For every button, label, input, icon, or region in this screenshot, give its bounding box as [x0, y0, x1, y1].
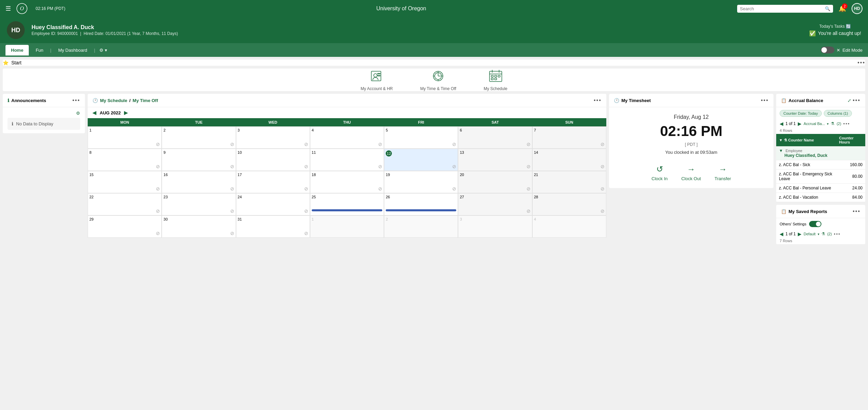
- cal-cell-9[interactable]: 9⊘: [162, 149, 236, 171]
- university-logo: O: [16, 3, 27, 14]
- prev-month-button[interactable]: ◀: [92, 110, 96, 115]
- user-avatar-button[interactable]: HD: [852, 3, 863, 14]
- accrual-nav-menu[interactable]: •••: [843, 121, 850, 126]
- cal-cell-21[interactable]: 21⊘: [532, 171, 606, 193]
- cal-cell-29[interactable]: 29⊘: [88, 215, 162, 238]
- schedule-menu[interactable]: •••: [594, 97, 602, 103]
- start-panel-menu[interactable]: •••: [857, 60, 865, 66]
- columns-chip[interactable]: Columns (1): [824, 110, 852, 117]
- expand-icon[interactable]: ⤢: [847, 98, 851, 103]
- quick-item-schedule[interactable]: My Schedule: [484, 69, 507, 91]
- cal-cell-7[interactable]: 7⊘: [532, 126, 606, 149]
- cal-cell-14[interactable]: 14⊘: [532, 149, 606, 171]
- cal-cell-3[interactable]: 3⊘: [236, 126, 310, 149]
- quick-access: My Account & HR My Time & Time Off: [3, 69, 865, 91]
- cal-cell-4[interactable]: 4⊘: [310, 126, 384, 149]
- cal-cell-17[interactable]: 17⊘: [236, 171, 310, 193]
- cal-cell-10[interactable]: 10⊘: [236, 149, 310, 171]
- employee-label: Employee: [785, 149, 802, 153]
- cal-cell-5[interactable]: 5⊘: [384, 126, 458, 149]
- schedule-link[interactable]: My Schedule: [100, 98, 127, 103]
- accrual-hours-3: 84.00: [836, 193, 866, 202]
- quick-item-account-hr[interactable]: My Account & HR: [361, 69, 393, 91]
- cal-cell-27[interactable]: 27⊘: [458, 193, 532, 215]
- svg-rect-21: [491, 78, 493, 80]
- cal-cell-next-3[interactable]: 3: [458, 215, 532, 238]
- cal-cell-11[interactable]: 11⊘: [310, 149, 384, 171]
- cal-cell-12[interactable]: 12⊘: [384, 149, 458, 171]
- cal-cell-20[interactable]: 20⊘: [458, 171, 532, 193]
- timesheet-menu[interactable]: •••: [761, 97, 769, 103]
- cal-cell-13[interactable]: 13⊘: [458, 149, 532, 171]
- saved-reports-menu[interactable]: •••: [853, 208, 860, 214]
- cal-cell-2[interactable]: 2⊘: [162, 126, 236, 149]
- accrual-menu[interactable]: •••: [853, 97, 860, 103]
- accrual-next-button[interactable]: ▶: [798, 121, 802, 126]
- clock-in-button[interactable]: ↺ Clock In: [652, 164, 668, 181]
- cal-cell-8[interactable]: 8⊘: [88, 149, 162, 171]
- accrual-prev-button[interactable]: ◀: [780, 121, 783, 126]
- sr-filter-icon[interactable]: ⚗: [821, 232, 825, 236]
- accrual-row-1: z. ACC Bal - Emergency Sick Leave 80.00: [776, 170, 865, 184]
- search-bar[interactable]: 🔍: [737, 5, 833, 13]
- accrual-name-1: z. ACC Bal - Emergency Sick Leave: [776, 170, 836, 184]
- announcements-menu[interactable]: •••: [72, 97, 80, 103]
- sr-prev-button[interactable]: ◀: [780, 231, 783, 237]
- cal-cell-23[interactable]: 23⊘: [162, 193, 236, 215]
- transfer-button[interactable]: → Transfer: [715, 164, 731, 181]
- search-input[interactable]: [740, 6, 823, 11]
- counter-date-chip[interactable]: Counter Date: Today: [780, 110, 822, 117]
- profile-info: Huey Classified A. Duck Employee ID: 940…: [32, 24, 178, 36]
- filter-count: (2): [836, 122, 841, 126]
- cal-cell-next-4[interactable]: 4: [532, 215, 606, 238]
- collapse-icon[interactable]: ▼: [779, 148, 783, 153]
- cal-cell-22[interactable]: 22⊘: [88, 193, 162, 215]
- sr-dropdown[interactable]: Default: [804, 232, 816, 236]
- accrual-header: 📋 Accrual Balance ⤢ •••: [776, 94, 865, 107]
- right-column: 📋 Accrual Balance ⤢ ••• Counter Date: To…: [776, 94, 865, 244]
- edit-mode-switch[interactable]: [821, 47, 834, 53]
- cal-cell-next-1[interactable]: 1: [310, 215, 384, 238]
- start-label: ⭐ Start: [3, 60, 22, 65]
- cal-cell-19[interactable]: 19⊘: [384, 171, 458, 193]
- clock-out-button[interactable]: → Clock Out: [681, 164, 701, 181]
- calendar-body: 1⊘ 2⊘ 3⊘ 4⊘ 5⊘ 6⊘ 7⊘ 8⊘ 9⊘ 10⊘ 11⊘ 12⊘ 1…: [88, 126, 606, 238]
- top-navigation: ☰ O 02:16 PM (PDT) University of Oregon …: [0, 0, 868, 17]
- cal-cell-next-2[interactable]: 2: [384, 215, 458, 238]
- cal-cell-30[interactable]: 30⊘: [162, 215, 236, 238]
- cal-cell-28[interactable]: 28⊘: [532, 193, 606, 215]
- cal-cell-26[interactable]: 26: [384, 193, 458, 215]
- filter-icon[interactable]: ⚗: [831, 121, 834, 126]
- day-mon: MON: [88, 118, 162, 126]
- next-month-button[interactable]: ▶: [124, 110, 128, 115]
- hamburger-menu[interactable]: ☰: [5, 5, 11, 12]
- schedule-scroll[interactable]: MON TUE WED THU FRI SAT SUN 1⊘ 2⊘ 3⊘ 4⊘: [88, 118, 606, 238]
- others-settings-toggle[interactable]: [809, 221, 821, 227]
- tab-home[interactable]: Home: [5, 45, 29, 55]
- cal-cell-25[interactable]: 25: [310, 193, 384, 215]
- cal-cell-18[interactable]: 18⊘: [310, 171, 384, 193]
- accrual-dropdown[interactable]: Accrual Ba...: [804, 122, 825, 126]
- quick-item-time-off[interactable]: My Time & Time Off: [420, 69, 456, 91]
- notifications-button[interactable]: 🔔 2: [839, 5, 846, 12]
- cal-cell-6[interactable]: 6⊘: [458, 126, 532, 149]
- expand-all-icon[interactable]: ▼: [779, 138, 783, 142]
- accrual-pagination: 1 of 1: [785, 121, 796, 126]
- cal-cell-15[interactable]: 15⊘: [88, 171, 162, 193]
- edit-mode-toggle[interactable]: ✕ Edit Mode: [821, 47, 863, 53]
- cal-cell-16[interactable]: 16⊘: [162, 171, 236, 193]
- sr-nav-menu[interactable]: •••: [834, 232, 841, 237]
- today-tasks-label: Today's Tasks 🔄: [809, 24, 861, 29]
- cal-cell-1[interactable]: 1⊘: [88, 126, 162, 149]
- cal-cell-24[interactable]: 24⊘: [236, 193, 310, 215]
- svg-point-3: [374, 74, 377, 77]
- tab-my-dashboard[interactable]: My Dashboard: [53, 45, 93, 55]
- settings-tab[interactable]: ⚙ ▾: [97, 45, 110, 55]
- timeoff-link[interactable]: My Time Off: [133, 98, 158, 103]
- accrual-hours-0: 160.00: [836, 160, 866, 170]
- sr-next-button[interactable]: ▶: [798, 231, 802, 237]
- filter-icon-2: ⚗: [784, 138, 787, 142]
- cal-cell-31[interactable]: 31⊘: [236, 215, 310, 238]
- tab-fun[interactable]: Fun: [30, 45, 49, 55]
- settings-icon[interactable]: ⚙: [76, 111, 80, 116]
